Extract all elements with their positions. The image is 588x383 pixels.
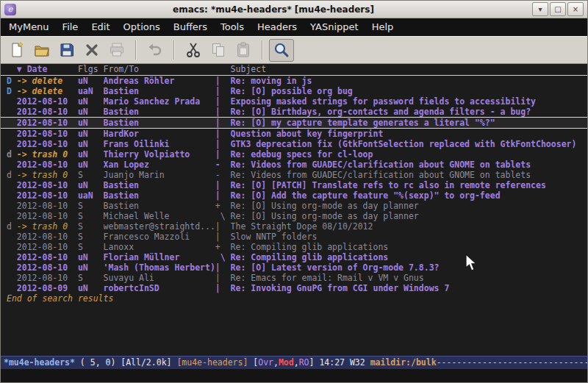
message-row[interactable]: 2012-08-10 S Francesco Mazzoli | Slow NN…	[1, 232, 587, 242]
thread-separator-icon: +	[215, 201, 231, 211]
message-date: 2012-08-10	[17, 139, 78, 149]
message-row[interactable]: 2012-08-10 S Suvayu Ali | Re: Emacs for …	[1, 273, 587, 283]
message-subject: Re: [O] Birthdays, org-contacts and agen…	[231, 107, 587, 117]
message-flags: uN	[78, 149, 104, 160]
message-subject: Re: Invoking GnuPG from CGI under Window…	[231, 283, 587, 293]
message-date: -> delete	[17, 76, 78, 86]
close-icon[interactable]	[79, 39, 104, 62]
minimize-icon: ▾	[538, 6, 542, 13]
mark-prefix	[7, 262, 17, 273]
header-flags-column[interactable]: Flgs	[78, 64, 104, 75]
message-flags: S	[78, 170, 104, 180]
message-row[interactable]: d -> trash 0 uN Thierry Volpiatto | Re: …	[1, 149, 587, 160]
close-button[interactable]: ×	[567, 2, 584, 16]
message-date: -> delete	[17, 86, 78, 96]
thread-separator-icon: |	[215, 262, 231, 273]
menu-mymenu[interactable]: MyMenu	[2, 18, 56, 36]
menu-help[interactable]: Help	[365, 18, 401, 36]
minimize-button[interactable]: ▾	[532, 2, 548, 16]
header-sep	[215, 64, 231, 75]
message-from: webmaster@straightd...	[104, 221, 215, 232]
open-file-icon[interactable]	[29, 39, 54, 62]
thread-separator-icon: |	[215, 86, 231, 96]
mark-prefix	[7, 273, 17, 283]
maximize-button[interactable]: □	[550, 2, 566, 16]
message-subject: Re: [O] Latest version of Org-mode 7.8.3…	[231, 262, 587, 273]
menu-edit[interactable]: Edit	[85, 18, 116, 36]
message-flags: S	[78, 211, 104, 221]
header-line: ▼ Date Flgs From/To Subject	[1, 64, 587, 76]
new-file-icon[interactable]	[4, 39, 29, 62]
message-from: Frans Oilinki	[104, 139, 215, 149]
modeline-buffer-name: *mu4e-headers*	[4, 357, 75, 368]
message-date: 2012-08-10	[17, 252, 78, 262]
menu-tools[interactable]: Tools	[214, 18, 251, 36]
message-from: Francesco Mazzoli	[104, 232, 215, 242]
message-row[interactable]: 2012-08-10 uN Bastien | Re: [O] my captu…	[1, 117, 587, 129]
save-icon[interactable]	[54, 39, 79, 62]
mark-prefix	[7, 252, 17, 262]
menu-yasnippet[interactable]: YASnippet	[304, 18, 365, 36]
message-subject: Re: [O] Add the capture feature "%(sexp)…	[231, 190, 587, 201]
message-flags: S	[78, 232, 104, 242]
message-row[interactable]: 2012-08-10 uN Xan Lopez - Re: Videos fro…	[1, 160, 587, 170]
message-subject: Exposing masked strings for password fie…	[231, 96, 587, 107]
message-from: Juanjo Marin	[104, 170, 215, 180]
message-row[interactable]: 2012-08-10 S Michael Welle \ Re: [O] Usi…	[1, 211, 587, 221]
message-row[interactable]: 2012-08-10 uN Bastien | Re: [O] [PATCH] …	[1, 180, 587, 190]
message-date: 2012-08-10	[17, 262, 78, 273]
thread-separator-icon: |	[215, 283, 231, 293]
message-row[interactable]: 2012-08-10 uN Florian Müllner \ Re: Comp…	[1, 252, 587, 262]
menu-buffers[interactable]: Buffers	[167, 18, 214, 36]
thread-separator-icon: |	[215, 221, 231, 232]
message-row[interactable]: 2012-08-10 uN Frans Oilinki | GTK3 depre…	[1, 139, 587, 149]
message-row[interactable]: 2012-08-09 uN robertcInSD | Re: Invoking…	[1, 283, 587, 293]
message-subject: Re: Compiling glib applications	[231, 252, 587, 262]
mark-prefix	[7, 96, 17, 107]
message-row[interactable]: D -> delete uaN Bastien | Re: [O] possib…	[1, 86, 587, 96]
mark-prefix	[7, 211, 17, 221]
message-row[interactable]: D -> delete uN Andreas Röhler | Re: movi…	[1, 76, 587, 86]
message-row[interactable]: 2012-08-10 uN Bastien | Re: [O] Birthday…	[1, 107, 587, 117]
message-row[interactable]: 2012-08-10 S Lanoxx + Re: Compiling glib…	[1, 242, 587, 252]
menu-file[interactable]: File	[56, 18, 85, 36]
message-row[interactable]: 2012-08-10 S Bastien + Re: [O] Using org…	[1, 201, 587, 211]
mark-prefix	[7, 283, 17, 293]
header-date-column[interactable]: ▼ Date	[17, 64, 78, 75]
thread-separator-icon: -	[215, 160, 231, 170]
message-date: 2012-08-09	[17, 283, 78, 293]
message-subject: Re: edebug specs for cl-loop	[231, 149, 587, 160]
message-row[interactable]: 2012-08-10 uaN Bastien | Re: [O] Add the…	[1, 190, 587, 201]
headers-buffer: ▼ Date Flgs From/To Subject D -> delete …	[1, 64, 587, 356]
thread-separator-icon: \	[215, 211, 231, 221]
message-row[interactable]: d -> trash 0 S webmaster@straightd... | …	[1, 221, 587, 232]
message-row[interactable]: 2012-08-10 uN 'Mash (Thomas Herbert) | R…	[1, 262, 587, 273]
message-date: 2012-08-10	[17, 201, 78, 211]
menu-options[interactable]: Options	[117, 18, 167, 36]
message-row[interactable]: 2012-08-10 uN HardKor | Question about k…	[1, 129, 587, 139]
search-icon[interactable]	[269, 39, 294, 62]
thread-separator-icon: +	[215, 242, 231, 252]
message-subject: Re: [O] [PATCH] Translate refs to rc als…	[231, 180, 587, 190]
message-date: 2012-08-10	[17, 160, 78, 170]
header-from-column[interactable]: From/To	[104, 64, 215, 75]
message-date: 2012-08-10	[17, 129, 78, 139]
mark-prefix: d	[7, 149, 17, 160]
thread-separator-icon: |	[215, 96, 231, 107]
modeline-ro: RO	[299, 357, 309, 368]
thread-separator-icon: |	[215, 139, 231, 149]
mode-line: *mu4e-headers* ( 5, 0) [All/2.0k] [mu4e-…	[1, 356, 587, 369]
cut-icon[interactable]	[181, 39, 206, 62]
toolbar	[1, 36, 587, 64]
modeline-plain: ,	[273, 357, 279, 368]
message-date: 2012-08-10	[17, 242, 78, 252]
menu-headers[interactable]: Headers	[251, 18, 304, 36]
modeline-dashes: ----------------------------------------…	[437, 357, 587, 368]
message-row[interactable]: 2012-08-10 uN Mario Sanchez Prada | Expo…	[1, 96, 587, 107]
header-subject-column[interactable]: Subject	[231, 64, 587, 75]
message-subject: Re: Videos from GUADEC/clarification abo…	[231, 160, 587, 170]
thread-separator-icon: |	[215, 180, 231, 190]
mark-prefix	[7, 129, 17, 139]
message-row[interactable]: d -> trash 0 S Juanjo Marin - Re: Videos…	[1, 170, 587, 180]
message-flags: uN	[78, 283, 104, 293]
